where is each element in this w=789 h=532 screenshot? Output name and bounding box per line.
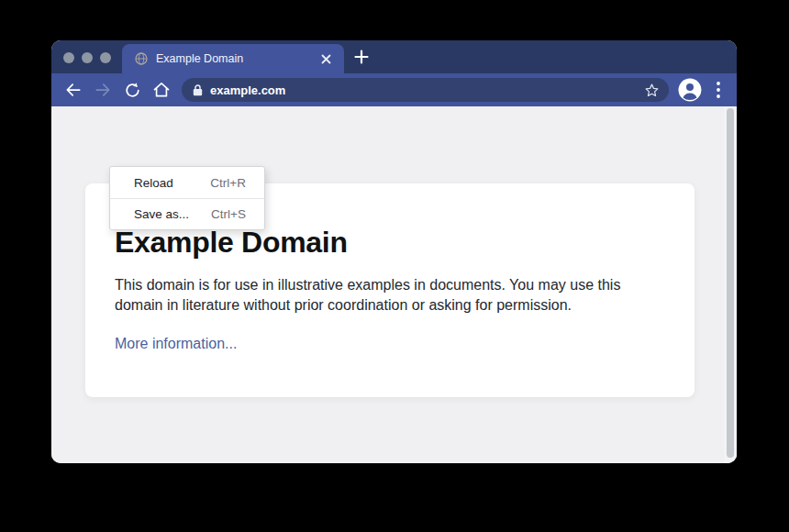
scrollbar-track[interactable] — [724, 106, 737, 463]
address-bar[interactable]: example.com — [182, 78, 669, 102]
home-icon[interactable] — [150, 79, 172, 101]
url-text: example.com — [210, 83, 644, 97]
page-title: Example Domain — [115, 226, 665, 260]
back-icon[interactable] — [62, 79, 84, 101]
traffic-lights — [63, 52, 111, 63]
zoom-window-button[interactable] — [100, 52, 111, 63]
page-content: Example Domain This domain is for use in… — [51, 106, 737, 463]
context-menu-item-reload[interactable]: Reload Ctrl+R — [110, 167, 264, 198]
profile-avatar[interactable] — [678, 78, 702, 102]
close-window-button[interactable] — [63, 52, 74, 63]
menu-item-shortcut: Ctrl+S — [211, 207, 246, 221]
context-menu: Reload Ctrl+R Save as... Ctrl+S — [109, 166, 265, 230]
menu-item-label: Save as... — [134, 207, 211, 221]
reload-icon[interactable] — [121, 79, 143, 101]
menu-item-label: Reload — [134, 176, 210, 190]
context-menu-item-save-as[interactable]: Save as... Ctrl+S — [110, 198, 264, 229]
toolbar: example.com — [51, 73, 737, 106]
menu-item-shortcut: Ctrl+R — [210, 176, 246, 190]
titlebar: Example Domain — [51, 40, 737, 73]
new-tab-icon[interactable] — [354, 50, 369, 64]
browser-window: Example Domain — [51, 40, 737, 463]
browser-tab[interactable]: Example Domain — [122, 44, 344, 73]
scrollbar-thumb[interactable] — [727, 108, 734, 458]
kebab-menu-icon[interactable] — [711, 79, 726, 101]
minimize-window-button[interactable] — [82, 52, 93, 63]
globe-favicon-icon — [135, 52, 148, 65]
page-paragraph: This domain is for use in illustrative e… — [115, 275, 658, 316]
tab-title: Example Domain — [156, 52, 318, 65]
bookmark-star-icon[interactable] — [644, 83, 660, 98]
more-information-link[interactable]: More information... — [115, 336, 237, 352]
tab-close-icon[interactable] — [318, 51, 333, 66]
forward-icon[interactable] — [92, 79, 114, 101]
lock-icon — [193, 84, 203, 96]
